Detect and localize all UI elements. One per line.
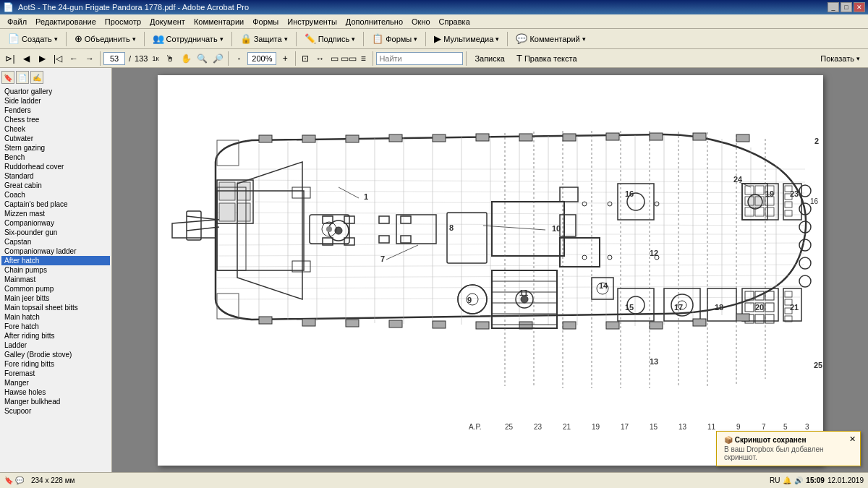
bookmark-item-33[interactable]: Manger bulkhead <box>1 397 110 406</box>
comments-button[interactable]: 💬 Комментарий <box>511 31 590 47</box>
multimedia-button[interactable]: ▶ Мультимедиа <box>429 31 504 47</box>
bookmark-item-20[interactable]: Mainmast <box>1 275 110 284</box>
bookmark-item-6[interactable]: Stern gazing <box>1 143 110 153</box>
bookmark-item-12[interactable]: Captain's bed place <box>1 200 110 209</box>
nav-first[interactable]: ⊳| <box>3 51 17 66</box>
notes-button[interactable]: Записка <box>469 51 510 67</box>
bookmark-item-18[interactable]: After hatch <box>1 256 110 265</box>
nav-forward[interactable]: → <box>82 51 97 66</box>
zoom-input[interactable] <box>247 52 276 65</box>
bookmark-item-14[interactable]: Companionway <box>1 218 110 228</box>
bookmark-item-1[interactable]: Side ladder <box>1 96 110 106</box>
bookmark-item-9[interactable]: Standard <box>1 171 110 181</box>
signatures-panel-icon[interactable]: ✍ <box>30 71 43 84</box>
bookmark-item-22[interactable]: Main jeer bitts <box>1 294 110 303</box>
bookmark-item-24[interactable]: Main hatch <box>1 312 110 322</box>
page-input[interactable] <box>103 52 125 65</box>
bookmarks-panel-icon[interactable]: 🔖 <box>1 71 14 84</box>
bookmark-item-16[interactable]: Capstan <box>1 237 110 247</box>
nav-back[interactable]: ← <box>67 51 81 66</box>
bookmark-item-34[interactable]: Scupoor <box>1 406 110 416</box>
bookmark-item-11[interactable]: Coach <box>1 190 110 200</box>
bookmark-item-19[interactable]: Chain pumps <box>1 265 110 275</box>
title-bar-controls[interactable]: _ □ ✕ <box>827 2 865 12</box>
bookmark-item-13[interactable]: Mizzen mast <box>1 209 110 218</box>
main-area: 🔖 📄 ✍ Quartor gallerySide ladderFendersC… <box>0 68 868 472</box>
bookmark-item-8[interactable]: Ruddorhead cover <box>1 162 110 171</box>
bookmark-item-7[interactable]: Bench <box>1 153 110 162</box>
left-panel[interactable]: 🔖 📄 ✍ Quartor gallerySide ladderFendersC… <box>0 68 112 472</box>
bookmark-item-3[interactable]: Chess tree <box>1 115 110 124</box>
svg-rect-110 <box>693 133 706 140</box>
nav-next[interactable]: ▶ <box>35 51 49 66</box>
hand-tool[interactable]: ✋ <box>179 51 193 66</box>
bookmark-item-0[interactable]: Quartor gallery <box>1 87 110 96</box>
menu-window[interactable]: Окно <box>407 16 435 27</box>
svg-text:11: 11 <box>519 288 528 297</box>
menu-file[interactable]: Файл <box>3 16 31 27</box>
combine-button[interactable]: ⊕ Объединить <box>69 31 141 47</box>
nav-prev[interactable]: ◀ <box>19 51 33 66</box>
notification-body: В ваш Dropbox был добавлен скриншот. <box>724 445 853 461</box>
edit-text-button[interactable]: T Правка текста <box>511 51 582 67</box>
bookmark-item-5[interactable]: Cutwater <box>1 134 110 143</box>
forms-button[interactable]: 📋 Формы <box>367 31 422 47</box>
menu-view[interactable]: Просмотр <box>101 16 145 27</box>
sign-button[interactable]: ✏️ Подпись <box>299 31 361 47</box>
close-button[interactable]: ✕ <box>854 2 865 12</box>
minimize-button[interactable]: _ <box>827 2 839 12</box>
scroll-continuous[interactable]: ≡ <box>357 51 370 66</box>
zoom-out[interactable]: 🔎 <box>210 51 225 66</box>
menu-advanced[interactable]: Дополнительно <box>341 16 407 27</box>
status-bar: 🔖 💬 234 x 228 мм ✕ 📦 Скриншот сохранен В… <box>0 472 868 488</box>
menu-edit[interactable]: Редактирование <box>31 16 101 27</box>
bookmark-item-10[interactable]: Great cabin <box>1 181 110 190</box>
bookmark-item-32[interactable]: Hawse holes <box>1 388 110 397</box>
tray-time: 15:09 <box>806 476 825 484</box>
page-total: 133 <box>135 54 148 63</box>
fit-width[interactable]: ↔ <box>313 51 326 66</box>
bookmark-item-23[interactable]: Main topsail sheet bitts <box>1 303 110 312</box>
zoom-in[interactable]: 🔍 <box>195 51 209 66</box>
bookmark-list: Quartor gallerySide ladderFendersChess t… <box>1 87 110 416</box>
menu-document[interactable]: Документ <box>145 16 190 27</box>
svg-text:21: 21 <box>790 303 799 312</box>
nav-last[interactable]: |◁ <box>51 51 65 66</box>
bookmark-item-21[interactable]: Common pump <box>1 284 110 294</box>
pdf-area[interactable]: 1 2 3 5 7 8 9 10 11 <box>112 68 868 472</box>
maximize-button[interactable]: □ <box>841 2 852 12</box>
fit-page[interactable]: ⊡ <box>299 51 312 66</box>
toolbar-separator <box>363 32 364 46</box>
pages-panel-icon[interactable]: 📄 <box>16 71 29 84</box>
menu-comments[interactable]: Комментарии <box>190 16 248 27</box>
two-page[interactable]: ▭▭ <box>342 51 355 66</box>
bookmark-item-2[interactable]: Fenders <box>1 106 110 115</box>
bookmark-item-27[interactable]: Ladder <box>1 341 110 350</box>
bookmark-item-25[interactable]: Fore hatch <box>1 322 110 331</box>
protect-button[interactable]: 🔒 Защита <box>235 31 293 47</box>
collaborate-button[interactable]: 👥 Сотрудничать <box>148 31 229 47</box>
cursor-tool[interactable]: 🖱 <box>163 51 177 66</box>
bookmark-item-29[interactable]: Fore riding bitts <box>1 359 110 369</box>
create-button[interactable]: 📄 Создать <box>3 31 63 47</box>
notification-close-button[interactable]: ✕ <box>849 435 856 444</box>
menu-help[interactable]: Справка <box>435 16 475 27</box>
bookmark-item-17[interactable]: Companionway ladder <box>1 247 110 256</box>
bookmark-item-26[interactable]: After riding bitts <box>1 331 110 341</box>
zoom-next[interactable]: + <box>278 51 292 66</box>
page-icon-area: 🔖 💬 <box>4 476 24 484</box>
zoom-prev[interactable]: - <box>231 51 246 66</box>
bookmark-item-30[interactable]: Foremast <box>1 369 110 378</box>
bookmark-item-28[interactable]: Galley (Brodie stove) <box>1 350 110 359</box>
menu-forms[interactable]: Формы <box>248 16 283 27</box>
menu-tools[interactable]: Инструменты <box>283 16 341 27</box>
bookmark-item-4[interactable]: Cheek <box>1 124 110 134</box>
bookmark-item-15[interactable]: Six-pounder gun <box>1 228 110 237</box>
bookmark-item-31[interactable]: Manger <box>1 378 110 388</box>
svg-text:19: 19 <box>765 189 774 198</box>
single-page[interactable]: ▭ <box>328 51 341 66</box>
toolbar1: 📄 Создать ⊕ Объединить 👥 Сотрудничать 🔒 … <box>0 29 868 49</box>
page-label-btn[interactable]: 1к <box>149 51 161 66</box>
search-input[interactable] <box>376 52 463 65</box>
show-button[interactable]: Показать <box>815 51 865 67</box>
